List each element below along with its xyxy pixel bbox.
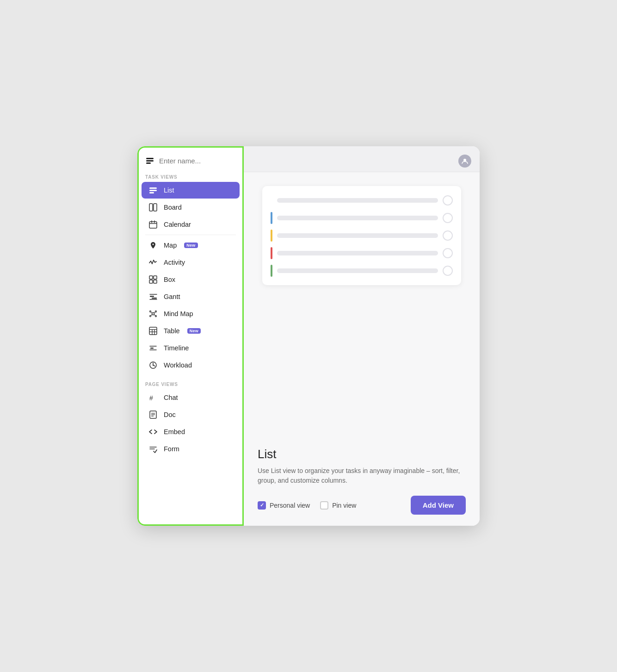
svg-rect-6: [149, 204, 153, 211]
info-section: List Use List view to organize your task…: [244, 447, 480, 526]
svg-rect-29: [149, 327, 157, 335]
box-icon: [148, 275, 158, 284]
svg-rect-15: [154, 280, 157, 283]
sidebar-item-board[interactable]: Board: [142, 199, 240, 216]
view-title: List: [258, 447, 466, 461]
svg-rect-1: [146, 160, 154, 162]
top-bar: [244, 146, 480, 172]
board-icon: [148, 203, 158, 212]
list-preview-card: [262, 186, 461, 285]
personal-view-checkbox[interactable]: ✓: [258, 501, 266, 510]
personal-view-option[interactable]: ✓ Personal view: [258, 501, 310, 510]
add-view-button[interactable]: Add View: [411, 496, 466, 515]
sidebar-item-calendar[interactable]: Calendar: [142, 216, 240, 233]
svg-point-21: [150, 311, 151, 312]
svg-line-25: [151, 312, 152, 313]
svg-rect-17: [150, 296, 154, 297]
svg-line-27: [151, 315, 152, 316]
sidebar-item-form[interactable]: Form: [142, 441, 240, 457]
svg-rect-4: [149, 190, 157, 191]
sidebar-item-workload[interactable]: Workload: [142, 357, 240, 373]
svg-rect-0: [146, 158, 154, 159]
checkmark: ✓: [260, 502, 264, 508]
row-color-bar-5: [271, 265, 272, 277]
sidebar-item-calendar-label: Calendar: [164, 221, 191, 228]
sidebar-item-timeline[interactable]: Timeline: [142, 340, 240, 356]
task-views-label: TASK VIEWS: [139, 170, 242, 181]
mindmap-icon: [148, 310, 158, 318]
preview-row-4: [271, 247, 453, 259]
svg-rect-12: [149, 276, 153, 279]
sidebar-item-list-label: List: [164, 187, 174, 194]
calendar-icon: [148, 220, 158, 229]
svg-point-20: [152, 313, 154, 315]
svg-rect-13: [154, 276, 157, 279]
sidebar-item-map[interactable]: Map New: [142, 237, 240, 254]
sidebar-item-doc-label: Doc: [164, 411, 176, 418]
sidebar-item-box[interactable]: Box: [142, 271, 240, 288]
sidebar-item-activity[interactable]: Activity: [142, 254, 240, 271]
main-content: List Use List view to organize your task…: [244, 146, 480, 526]
sidebar-item-table[interactable]: Table New: [142, 323, 240, 339]
svg-rect-35: [150, 348, 154, 349]
personal-view-label: Personal view: [270, 502, 310, 509]
sidebar-item-form-label: Form: [164, 445, 179, 453]
preview-area: [244, 172, 480, 447]
svg-text:#: #: [149, 394, 153, 402]
svg-rect-5: [149, 192, 154, 193]
workload-icon: [148, 361, 158, 369]
modal-container: TASK VIEWS List: [137, 146, 480, 526]
table-badge: New: [187, 328, 201, 334]
row-color-bar-3: [271, 230, 272, 242]
svg-point-22: [155, 311, 157, 312]
preview-row-5: [271, 265, 453, 277]
sidebar-item-chat-label: Chat: [164, 394, 178, 401]
row-line-4: [277, 251, 438, 255]
form-icon: [148, 445, 158, 453]
divider-1: [145, 235, 236, 235]
preview-row-1: [271, 194, 453, 206]
options-row: ✓ Personal view Pin view Add View: [258, 496, 466, 515]
sidebar-item-embed-label: Embed: [164, 428, 185, 436]
svg-rect-7: [154, 204, 157, 211]
search-area: [139, 148, 242, 170]
svg-point-38: [153, 365, 154, 366]
svg-point-46: [463, 159, 466, 162]
svg-rect-3: [149, 187, 157, 189]
sidebar-item-mindmap[interactable]: Mind Map: [142, 305, 240, 322]
sidebar-item-board-label: Board: [164, 204, 182, 211]
svg-line-26: [154, 312, 155, 313]
preview-row-2: [271, 212, 453, 224]
table-icon: [148, 327, 158, 335]
sidebar-item-workload-label: Workload: [164, 361, 192, 369]
row-circle-1: [443, 195, 453, 205]
pin-view-checkbox[interactable]: [320, 501, 328, 510]
activity-icon: [148, 258, 158, 267]
sidebar-item-list[interactable]: List: [142, 182, 240, 199]
row-color-bar-4: [271, 247, 272, 259]
sidebar-item-mindmap-label: Mind Map: [164, 310, 193, 317]
list-icon: [148, 186, 158, 194]
pin-view-label: Pin view: [332, 502, 356, 509]
sidebar-item-chat[interactable]: # Chat: [142, 389, 240, 406]
sidebar-item-gantt[interactable]: Gantt: [142, 288, 240, 305]
pin-view-option[interactable]: Pin view: [320, 501, 356, 510]
sidebar-item-timeline-label: Timeline: [164, 344, 189, 352]
row-line-3: [277, 233, 438, 238]
sidebar-item-table-label: Table: [164, 327, 180, 335]
row-line-2: [277, 216, 438, 220]
avatar: [458, 155, 471, 168]
row-line-1: [277, 198, 438, 203]
sidebar-item-doc[interactable]: Doc: [142, 406, 240, 423]
row-circle-3: [443, 230, 453, 241]
search-input[interactable]: [159, 157, 236, 165]
row-line-5: [277, 268, 438, 273]
row-circle-4: [443, 248, 453, 258]
search-icon: [145, 156, 154, 165]
row-color-bar-1: [271, 194, 272, 206]
doc-icon: [148, 411, 158, 419]
sidebar-item-box-label: Box: [164, 276, 175, 283]
map-badge: New: [184, 243, 197, 248]
view-description: Use List view to organize your tasks in …: [258, 466, 466, 485]
sidebar-item-embed[interactable]: Embed: [142, 423, 240, 440]
